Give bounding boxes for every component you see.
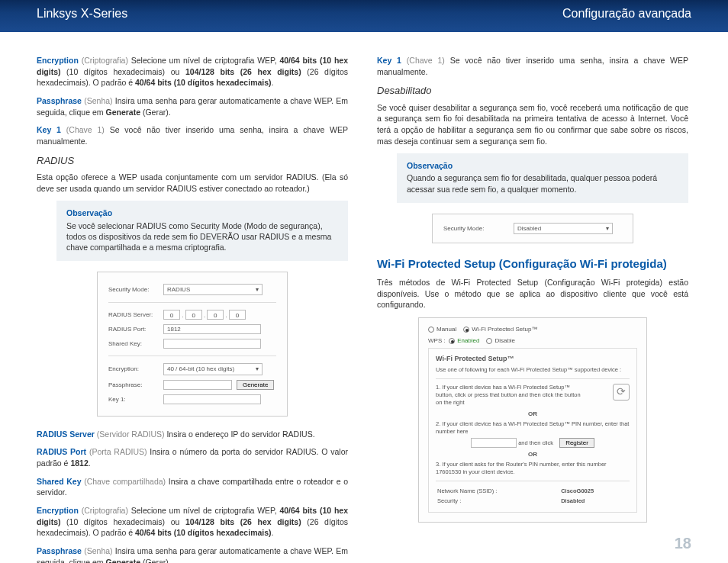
netname-label: Network Name (SSID) : (437, 487, 559, 495)
secmode-select[interactable]: RADIUS▾ (163, 284, 263, 295)
wps-title: Wi-Fi Protected Setup™ (436, 354, 630, 364)
security-value: Disabled (561, 497, 585, 504)
figure-wps: Manual Wi-Fi Protected Setup™ WPS : Enab… (377, 317, 688, 523)
security-label: Security : (437, 497, 559, 505)
radio-disable[interactable] (486, 338, 492, 344)
key1-para: Key 1 (Chave 1) Se você não tiver inseri… (37, 124, 348, 146)
note-title-2: Observação (407, 160, 678, 171)
pass-label: Passphrase: (108, 378, 163, 392)
page-number: 18 (675, 535, 691, 552)
figure-radius: Security Mode: RADIUS▾ RADIUS Server: 0 … (37, 272, 348, 417)
note-radius: Observação Se você selecionar RADIUS com… (56, 201, 348, 261)
key1-para-r: Key 1 (Chave 1) Se você não tiver inseri… (377, 55, 688, 77)
rserver-label: RADIUS Server: (108, 307, 163, 322)
rserver-input[interactable]: 0 . 0 . 0 . 0 (163, 307, 276, 322)
skey-para: Shared Key (Chave compartilhada) Insira … (37, 476, 348, 498)
note-title: Observação (66, 208, 338, 218)
radius-heading: RADIUS (37, 154, 348, 168)
wps-push-icon[interactable]: ⟳ (613, 384, 630, 401)
desabilitado-heading: Desabilitado (377, 84, 688, 98)
rport-label: RADIUS Port: (108, 322, 163, 336)
wps-method3: 3. If your client asks for the Router's … (436, 461, 630, 476)
wps-or-1: OR (436, 410, 630, 418)
radio-wps[interactable] (463, 327, 469, 333)
right-column: Key 1 (Chave 1) Se você não tiver inseri… (377, 55, 688, 563)
skey-label: Shared Key: (108, 336, 163, 351)
rport-input[interactable] (163, 324, 261, 334)
radius-para: Esta opção oferece a WEP usada conjuntam… (37, 172, 348, 194)
k1-label: Key 1: (108, 392, 163, 407)
note-body: Se você selecionar RADIUS como Security … (66, 221, 331, 252)
radio-enabled[interactable] (449, 338, 455, 344)
radio-manual[interactable] (428, 327, 434, 333)
wps-method1: 1. If your client device has a Wi-Fi Pro… (436, 384, 581, 407)
wps-mode-row: Manual Wi-Fi Protected Setup™ (428, 325, 637, 333)
wps-para: Três métodos de Wi-Fi Protected Setup (C… (377, 277, 688, 310)
enc-label: Encryption: (108, 361, 163, 377)
passphrase-para-2: Passphrase (Senha) Insira uma senha para… (37, 545, 348, 563)
secmode-select-2[interactable]: Disabled▾ (514, 223, 613, 234)
note-body-2: Quando a segurança sem fio for desabilit… (407, 173, 657, 193)
wps-pin-input[interactable] (471, 438, 517, 448)
k1-input[interactable] (163, 394, 261, 404)
wps-subpanel: Wi-Fi Protected Setup™ Use one of follow… (428, 348, 637, 512)
encryption-para-2: Encryption (Criptografia) Selecione um n… (37, 505, 348, 539)
figure-disabled: Security Mode: Disabled▾ (377, 214, 688, 243)
passphrase-para: Passphrase (Senha) Insira uma senha para… (37, 95, 348, 117)
register-button[interactable]: Register (559, 438, 594, 448)
secmode-label-2: Security Mode: (443, 223, 512, 234)
note-disabled: Observação Quando a segurança sem fio fo… (397, 153, 688, 203)
left-column: Encryption (Criptografia) Selecione um n… (37, 55, 348, 563)
wps-method2: 2. If your client device has a Wi-Fi Pro… (436, 420, 630, 448)
wps-panel: Manual Wi-Fi Protected Setup™ WPS : Enab… (418, 317, 647, 523)
page-header: Linksys X-Series Configuração avançada (0, 0, 728, 32)
wps-enable-row: WPS : Enabled Disable (428, 336, 637, 345)
generate-button[interactable]: Generate (237, 380, 274, 390)
page-body: Encryption (Criptografia) Selecione um n… (0, 32, 728, 563)
wps-heading: Wi-Fi Protected Setup (Configuração Wi-F… (377, 256, 688, 272)
rport-para: RADIUS Port (Porta RADIUS) Insira o núme… (37, 446, 348, 468)
secmode-label: Security Mode: (108, 282, 163, 298)
rserver-para: RADIUS Server (Servidor RADIUS) Insira o… (37, 429, 348, 440)
desabilitado-para: Se você quiser desabilitar a segurança s… (377, 102, 688, 147)
wps-or-2: OR (436, 450, 630, 458)
radius-panel: Security Mode: RADIUS▾ RADIUS Server: 0 … (97, 272, 288, 417)
skey-input[interactable] (163, 339, 261, 349)
disabled-panel: Security Mode: Disabled▾ (432, 214, 633, 243)
header-right: Configuração avançada (562, 7, 691, 21)
header-left: Linksys X-Series (37, 7, 127, 21)
enc-select[interactable]: 40 / 64-bit (10 hex digits)▾ (163, 363, 263, 375)
wps-sub: Use one of following for each Wi-Fi Prot… (436, 366, 630, 374)
netname-value: CiscoG0025 (561, 487, 594, 494)
pass-input[interactable] (163, 380, 232, 390)
encryption-para: Encryption (Criptografia) Selecione um n… (37, 55, 348, 88)
